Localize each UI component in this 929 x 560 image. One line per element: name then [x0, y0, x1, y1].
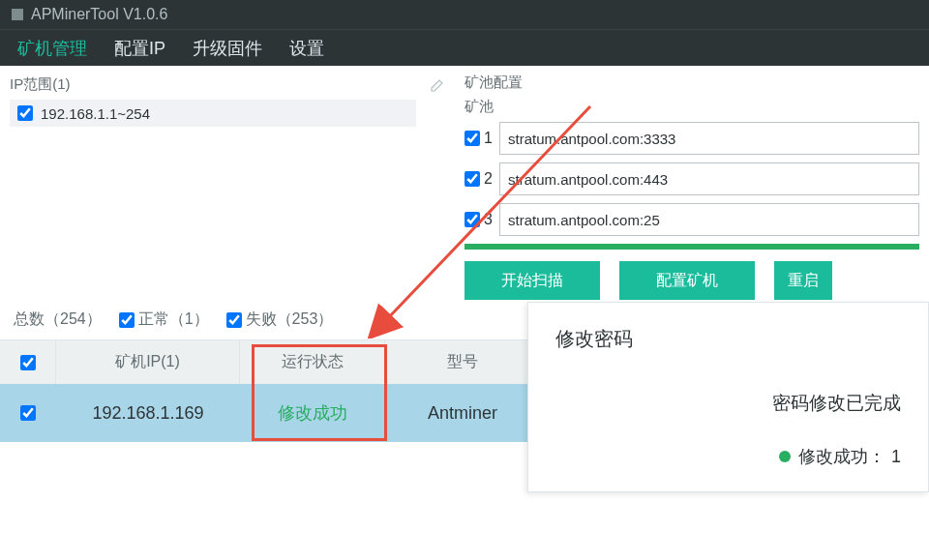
- ip-range-label-text: IP范围(1): [10, 75, 71, 94]
- pool-2-checkbox[interactable]: [464, 171, 480, 187]
- row-checkbox-cell: [0, 384, 56, 442]
- pool-row-2: 2: [464, 162, 919, 195]
- popup-title: 修改密码: [555, 326, 901, 352]
- select-all-checkbox[interactable]: [20, 355, 36, 370]
- pool-3-input[interactable]: [499, 203, 919, 236]
- th-checkbox: [0, 340, 56, 384]
- pool-row-1: 1: [464, 122, 919, 155]
- password-popup: 修改密码 密码修改已完成 修改成功： 1: [527, 302, 929, 492]
- stats-failed-checkbox[interactable]: [226, 312, 242, 328]
- stats-normal-label: 正常（1）: [138, 309, 209, 330]
- app-logo-icon: [10, 7, 25, 22]
- menu-config-ip[interactable]: 配置IP: [101, 37, 179, 60]
- progress-bar: [464, 244, 919, 250]
- edit-icon[interactable]: [430, 77, 445, 93]
- th-model: 型号: [385, 340, 540, 384]
- pool-2-num: 2: [484, 170, 499, 188]
- th-status: 运行状态: [240, 340, 385, 384]
- menubar: 矿机管理 配置IP 升级固件 设置: [0, 29, 929, 66]
- pool-1-checkbox[interactable]: [464, 131, 480, 146]
- app-title: APMinerTool V1.0.6: [31, 0, 167, 29]
- svg-rect-0: [12, 9, 23, 20]
- popup-status-row: 修改成功： 1: [555, 445, 901, 468]
- pool-3-num: 3: [484, 211, 499, 228]
- pool-3-checkbox[interactable]: [464, 212, 480, 227]
- ip-range-label: IP范围(1): [10, 74, 445, 100]
- row-ip: 192.168.1.169: [56, 384, 240, 442]
- config-miner-button[interactable]: 配置矿机: [619, 261, 755, 300]
- menu-settings[interactable]: 设置: [276, 37, 338, 60]
- popup-status-label: 修改成功：: [798, 445, 885, 468]
- ip-range-value: 192.168.1.1~254: [41, 105, 150, 122]
- pool-config-label: 矿池配置: [464, 74, 919, 98]
- pool-sublabel: 矿池: [464, 98, 919, 122]
- pool-config-panel: 矿池配置 矿池 1 2 3 开始扫描 配置矿机 重启: [464, 74, 919, 300]
- ip-range-item[interactable]: 192.168.1.1~254: [10, 100, 416, 127]
- success-dot-icon: [779, 451, 791, 462]
- popup-status-count: 1: [891, 447, 901, 467]
- ip-range-panel: IP范围(1) 192.168.1.1~254: [10, 74, 445, 300]
- stats-failed-label: 失败（253）: [246, 309, 334, 330]
- pool-2-input[interactable]: [499, 162, 919, 195]
- start-scan-button[interactable]: 开始扫描: [464, 261, 600, 300]
- action-buttons: 开始扫描 配置矿机 重启: [464, 261, 919, 300]
- stats-total: 总数（254）: [14, 309, 102, 330]
- ip-range-checkbox[interactable]: [17, 105, 33, 121]
- popup-body: 密码修改已完成: [555, 391, 901, 416]
- row-checkbox[interactable]: [20, 405, 36, 421]
- titlebar: APMinerTool V1.0.6: [0, 0, 929, 29]
- menu-miner-manage[interactable]: 矿机管理: [4, 37, 101, 60]
- row-model: Antminer: [385, 384, 540, 442]
- pool-1-input[interactable]: [499, 122, 919, 155]
- pool-row-3: 3: [464, 203, 919, 236]
- stats-normal-checkbox[interactable]: [119, 312, 135, 328]
- row-status: 修改成功: [240, 384, 385, 442]
- th-ip: 矿机IP(1): [56, 340, 240, 384]
- pool-1-num: 1: [484, 130, 499, 147]
- stats-failed-item: 失败（253）: [226, 309, 334, 330]
- menu-upgrade-firmware[interactable]: 升级固件: [179, 37, 276, 60]
- stats-normal-item: 正常（1）: [119, 309, 209, 330]
- restart-button[interactable]: 重启: [774, 261, 832, 300]
